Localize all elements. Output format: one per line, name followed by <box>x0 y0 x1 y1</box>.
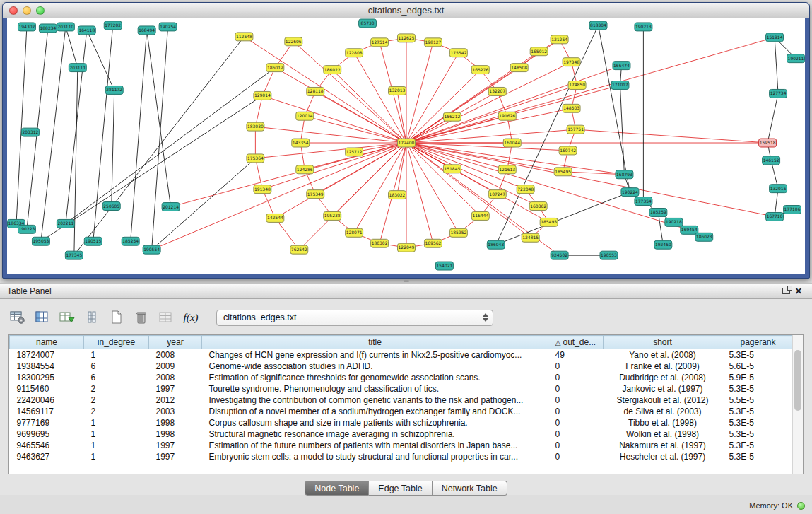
graph-node[interactable]: 132015 <box>770 185 787 193</box>
graph-node[interactable]: 186043 <box>487 240 505 249</box>
graph-node[interactable]: 120014 <box>296 112 314 120</box>
table-row[interactable]: 14569117 2 2003 Disruption of a novel me… <box>10 406 794 417</box>
graph-node[interactable]: 195053 <box>32 237 49 245</box>
graph-node[interactable]: 201214 <box>162 203 180 211</box>
graph-node[interactable]: 160362 <box>529 202 547 211</box>
graph-node[interactable]: 132013 <box>389 86 406 95</box>
graph-node[interactable]: 165012 <box>530 47 548 56</box>
column-header-out-degree[interactable]: △out_de... <box>548 336 604 349</box>
graph-node[interactable]: 190554 <box>143 245 160 254</box>
graph-node[interactable]: 143354 <box>292 139 310 147</box>
table-scrollbar[interactable] <box>792 335 803 474</box>
table-row[interactable]: 9699695 1 1998 Structural magnetic reson… <box>10 428 794 440</box>
graph-node[interactable]: 190213 <box>635 23 652 31</box>
table-row[interactable]: 18724007 1 2008 Changes of HCN gene expr… <box>10 349 794 361</box>
graph-node[interactable]: 191348 <box>254 185 271 194</box>
graph-node[interactable]: 157751 <box>567 125 584 134</box>
table-row[interactable]: 9777169 1 1998 Corpus callosum shape and… <box>10 417 794 428</box>
graph-node[interactable]: 722048 <box>517 185 534 194</box>
column-header-title[interactable]: title <box>202 336 548 349</box>
graph-node[interactable]: 185495 <box>554 168 572 176</box>
table-options-button[interactable] <box>8 308 27 327</box>
graph-node[interactable]: 185493 <box>540 218 558 226</box>
tab-node-table[interactable]: Node Table <box>305 481 369 496</box>
graph-node[interactable]: 195238 <box>324 211 341 220</box>
graph-node[interactable]: 190211 <box>787 54 805 63</box>
graph-node[interactable]: 192450 <box>654 240 672 249</box>
graph-node[interactable]: 151845 <box>443 165 461 173</box>
graph-node[interactable]: 142544 <box>266 214 284 222</box>
graph-node[interactable]: 168494 <box>138 26 155 35</box>
new-column-button[interactable] <box>107 308 126 327</box>
zoom-window-button[interactable] <box>36 6 45 15</box>
graph-node[interactable]: 177345 <box>65 251 83 259</box>
graph-node[interactable]: 116444 <box>471 211 489 220</box>
table-row[interactable]: 9465546 1 1997 Estimation of the future … <box>10 440 794 451</box>
graph-node[interactable]: 125712 <box>346 148 363 156</box>
graph-node[interactable]: 198127 <box>424 38 442 47</box>
graph-node[interactable]: 112625 <box>398 34 416 42</box>
graph-node[interactable]: 175364 <box>247 154 264 163</box>
table-scrollbar-thumb[interactable] <box>794 350 801 411</box>
graph-node[interactable]: 169454 <box>681 226 698 234</box>
graph-node[interactable]: 168793 <box>616 170 633 179</box>
graph-node[interactable]: 161044 <box>503 139 521 147</box>
graph-node[interactable]: 146152 <box>763 156 780 165</box>
rename-table-button[interactable] <box>157 308 175 327</box>
graph-node[interactable]: 127514 <box>371 38 389 47</box>
graph-node[interactable]: 190218 <box>665 218 683 226</box>
graph-node[interactable]: 122049 <box>398 243 416 252</box>
graph-node[interactable]: 107247 <box>488 190 506 199</box>
show-columns-button[interactable] <box>33 308 52 327</box>
graph-node[interactable]: 183022 <box>389 191 406 199</box>
graph-node[interactable]: 164118 <box>78 26 95 35</box>
graph-node[interactable]: 121613 <box>498 165 516 174</box>
graph-node[interactable]: 165276 <box>471 66 489 74</box>
graph-node[interactable]: 197348 <box>563 58 580 66</box>
column-header-name[interactable]: name <box>10 336 84 349</box>
table-row[interactable]: 18300295 6 2008 Estimation of significan… <box>10 372 794 383</box>
delete-column-button[interactable] <box>132 308 151 327</box>
graph-node[interactable]: 175542 <box>449 49 467 57</box>
tab-edge-table[interactable]: Edge Table <box>369 481 432 496</box>
graph-node[interactable]: 203111 <box>69 64 86 72</box>
graph-node[interactable]: 185254 <box>122 237 139 245</box>
graph-node[interactable]: 129014 <box>254 91 271 100</box>
graph-node[interactable]: 122606 <box>285 37 302 46</box>
graph-node[interactable]: 190515 <box>84 237 102 245</box>
graph-node[interactable]: 171017 <box>611 81 629 90</box>
function-builder-button[interactable]: f(x) <box>182 308 200 327</box>
network-selector[interactable]: citations_edges.txt <box>216 310 493 326</box>
table-row[interactable]: 19384554 6 2009 Genome-wide association … <box>10 361 794 372</box>
graph-node[interactable]: 183030 <box>247 122 264 131</box>
graph-node[interactable]: 177106 <box>784 206 801 214</box>
window-titlebar[interactable]: citations_edges.txt <box>3 3 809 18</box>
graph-node[interactable]: 151914 <box>766 33 784 42</box>
graph-node[interactable]: 191626 <box>498 112 516 120</box>
tab-network-table[interactable]: Network Table <box>433 481 507 496</box>
graph-node[interactable]: 172400 <box>398 139 416 147</box>
column-header-pagerank[interactable]: pagerank <box>722 336 794 349</box>
table-row[interactable]: 22420046 2 2012 Investigating the contri… <box>10 395 794 406</box>
graph-node[interactable]: 175349 <box>307 190 324 199</box>
graph-node[interactable]: 188234 <box>39 24 57 33</box>
minimize-window-button[interactable] <box>23 6 31 15</box>
graph-node[interactable]: 186022 <box>324 66 341 74</box>
graph-node[interactable]: 194302 <box>18 23 35 31</box>
graph-node[interactable]: 190223 <box>18 225 35 233</box>
column-header-short[interactable]: short <box>604 336 722 349</box>
graph-node[interactable]: 203110 <box>57 23 74 31</box>
graph-node[interactable]: 159518 <box>759 139 777 147</box>
graph-node[interactable]: 186012 <box>266 64 284 72</box>
graph-node[interactable]: 127734 <box>770 89 787 98</box>
graph-node[interactable]: 762542 <box>290 245 308 254</box>
graph-node[interactable]: 185952 <box>449 228 467 237</box>
graph-node[interactable]: 281172 <box>105 86 123 94</box>
graph-node[interactable]: 132207 <box>488 87 506 95</box>
graph-node[interactable]: 156212 <box>443 112 461 121</box>
graph-node[interactable]: 128118 <box>307 87 324 95</box>
import-table-button[interactable] <box>58 308 76 327</box>
graph-node[interactable]: 180302 <box>371 239 389 247</box>
graph-node[interactable]: 160742 <box>559 146 577 155</box>
column-header-year[interactable]: year <box>149 336 202 349</box>
